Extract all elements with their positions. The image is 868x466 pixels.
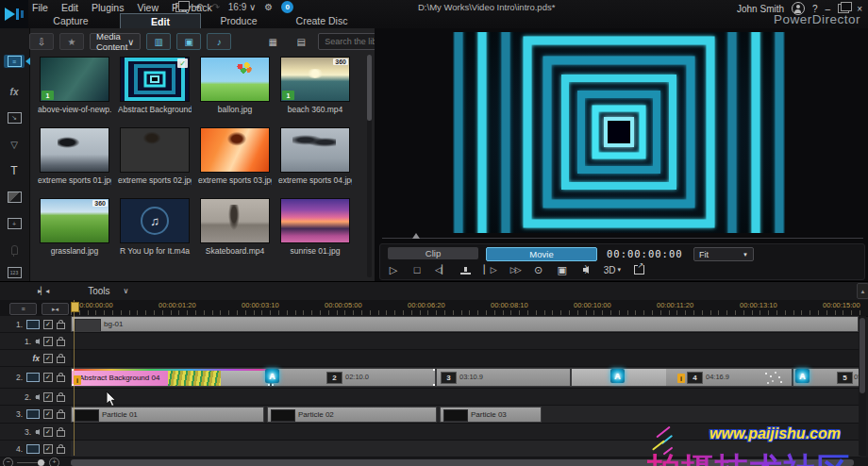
aspect-ratio-select[interactable]: 16:9 ∨ (228, 2, 257, 12)
zoom-fit-dropdown[interactable]: Fit ▼ (693, 247, 754, 261)
media-item[interactable]: Skateboard.mp4 (198, 198, 272, 256)
clip-4[interactable]: i 4 04:16.9 (571, 368, 793, 387)
zoom-slider-thumb[interactable] (38, 459, 44, 466)
clip-bg-01[interactable]: bg-01 (71, 316, 859, 332)
previous-frame-button[interactable]: ◁▏ (435, 265, 448, 275)
filter-music-button[interactable]: ♪ (207, 33, 231, 50)
info-icon[interactable]: i (74, 375, 81, 385)
lock-icon[interactable] (57, 357, 65, 363)
transition-room-button[interactable] (4, 191, 25, 204)
title-room-button[interactable]: T (4, 164, 25, 177)
library-menu-button[interactable]: ▤ (290, 34, 312, 49)
track-enable-checkbox[interactable]: ✓ (43, 427, 53, 437)
pip-room-button[interactable]: ↘ (4, 111, 25, 125)
track-enable-checkbox[interactable]: ✓ (43, 320, 53, 329)
tab-create-disc[interactable]: Create Disc (286, 13, 358, 27)
clip-particle-03[interactable]: Particle 03 (440, 407, 542, 423)
next-frame-button[interactable]: ▏▷ (484, 265, 497, 275)
track-manager-button[interactable]: ≡ (9, 303, 37, 315)
media-item[interactable]: extreme sports 04.jpg (278, 127, 352, 185)
redo-icon[interactable]: ↷ (211, 2, 219, 12)
snapshot-camera-icon[interactable]: ⊙ (533, 264, 544, 276)
media-item[interactable]: ♫ R You Up for It.m4a (118, 198, 192, 256)
lock-icon[interactable] (57, 447, 65, 454)
media-item[interactable]: extreme sports 01.jpg (38, 127, 111, 185)
media-room-button[interactable]: ≡ (4, 55, 25, 68)
track-enable-checkbox[interactable]: ✓ (43, 392, 53, 402)
track-enable-checkbox[interactable]: ✓ (43, 354, 53, 363)
fit-timeline-button[interactable]: ▸◂ (42, 303, 69, 315)
undock-preview-icon[interactable] (634, 265, 644, 275)
track-enable-checkbox[interactable]: ✓ (43, 337, 53, 346)
stop-button[interactable]: □ (411, 264, 423, 275)
clip-mode-button[interactable]: Clip (388, 247, 478, 259)
filter-video-button[interactable]: ▥ (146, 33, 171, 50)
tools-dropdown[interactable]: Tools ∨ (88, 286, 128, 296)
settings-gear-icon[interactable]: ⚙ (264, 2, 273, 12)
vertical-scroll-thumb[interactable] (860, 318, 865, 393)
audio-mixing-room-button[interactable]: + (4, 217, 25, 230)
video-track-2-lane[interactable]: Abstract Background 04 i A 2 02:10.0 3 0… (71, 367, 860, 389)
media-item[interactable]: ✓ Abstract Background... (118, 57, 192, 114)
zoom-out-button[interactable]: − (3, 458, 13, 466)
clip-particle-02[interactable]: Particle 02 (267, 407, 437, 423)
fx-track-lane[interactable] (71, 350, 860, 367)
track-enable-checkbox[interactable]: ✓ (43, 409, 53, 419)
menu-edit[interactable]: Edit (61, 2, 78, 13)
info-icon[interactable]: i (677, 374, 685, 383)
library-filter-dropdown[interactable]: Media Content ∨ (90, 33, 141, 50)
clip-3[interactable]: 3 03:10.9 (436, 368, 571, 387)
filter-photo-button[interactable]: ▣ (176, 33, 201, 50)
media-item[interactable]: sunrise 01.jpg (278, 198, 352, 256)
chapter-room-button[interactable]: 123 (4, 266, 25, 279)
clip-particle-01[interactable]: Particle 01 (71, 407, 264, 423)
library-scrollbar[interactable] (367, 55, 372, 277)
audio-track-2-lane[interactable] (71, 389, 860, 406)
lock-icon[interactable] (57, 375, 65, 382)
lock-icon[interactable] (57, 323, 65, 329)
tab-produce[interactable]: Produce (206, 13, 272, 27)
tab-edit[interactable]: Edit (120, 13, 201, 29)
volume-speaker-icon[interactable] (583, 266, 589, 274)
workspace-icon[interactable] (175, 3, 187, 12)
zoom-slider[interactable] (17, 462, 45, 463)
track-enable-checkbox[interactable]: ✓ (43, 373, 53, 382)
audio-track-1-lane[interactable] (71, 333, 860, 350)
playhead-marker[interactable] (71, 302, 79, 312)
timeline-ruler[interactable]: ≡ ▸◂ 00:00:00:00 00:00:01:20 00:00:03:10… (0, 300, 868, 317)
zoom-in-button[interactable]: + (49, 458, 59, 466)
menu-plugins[interactable]: Plugins (92, 2, 124, 13)
transition-icon[interactable]: A (610, 369, 625, 383)
tab-capture[interactable]: Capture (38, 13, 104, 27)
preview-seek-bar[interactable] (382, 238, 863, 239)
media-item[interactable]: ballon.jpg (198, 57, 272, 114)
plugins-button[interactable]: ★ (59, 33, 84, 50)
transition-icon[interactable]: A (795, 369, 810, 383)
movie-mode-button[interactable]: Movie (486, 247, 597, 261)
jog-seek-icon[interactable] (460, 265, 471, 275)
seek-marker-icon[interactable] (412, 233, 420, 239)
particle-room-button[interactable]: ▽ (4, 138, 25, 151)
lock-icon[interactable] (57, 430, 65, 437)
lock-icon[interactable] (57, 395, 65, 402)
lock-icon[interactable] (57, 412, 65, 419)
video-track-1-lane[interactable]: bg-01 (71, 316, 860, 333)
notification-badge[interactable]: 0 (281, 1, 293, 13)
clip-2[interactable]: 2 02:10.0 (271, 368, 436, 387)
import-media-button[interactable]: ⇩ (29, 33, 54, 50)
clip-abstract-background[interactable]: Abstract Background 04 i (71, 368, 271, 387)
voiceover-room-button[interactable] (4, 243, 25, 257)
timeline-scroll-up-button[interactable]: ▴ (857, 283, 868, 299)
grid-view-button[interactable]: ▦ (261, 34, 284, 49)
transition-icon[interactable]: A (265, 369, 279, 383)
media-item[interactable]: 360 1 beach 360.mp4 (278, 57, 352, 114)
fast-forward-button[interactable]: ▷▷ (509, 265, 521, 275)
media-item[interactable]: 1 above-view-of-newp... (38, 57, 111, 114)
timecode-display[interactable]: 00:00:00:00 (607, 248, 683, 259)
video-track-3-lane[interactable]: Particle 01 Particle 02 Particle 03 (71, 406, 860, 424)
media-item[interactable]: extreme sports 03.jpg (198, 127, 272, 185)
media-item[interactable]: 360 grassland.jpg (38, 198, 111, 256)
video-preview[interactable] (453, 32, 785, 233)
menu-file[interactable]: File (32, 2, 48, 13)
preview-quality-icon[interactable]: ▣ (557, 264, 568, 276)
